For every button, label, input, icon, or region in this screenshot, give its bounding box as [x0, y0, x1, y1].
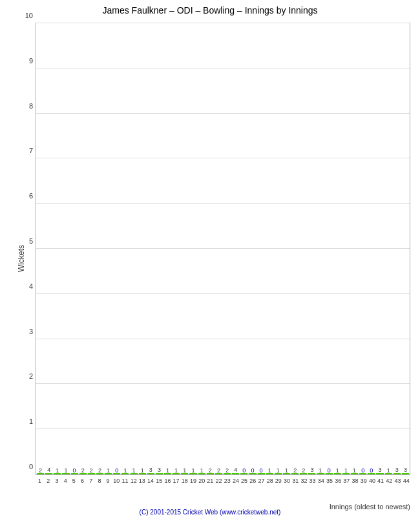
x-label: 44 — [402, 478, 410, 498]
bar-value-label: 1 — [163, 467, 172, 474]
y-tick-4: 4 — [17, 282, 36, 290]
bar-value-label: 2 — [79, 467, 87, 474]
y-tick-2: 2 — [17, 372, 36, 380]
bar-group: 1 — [198, 473, 206, 474]
x-label: 30 — [282, 478, 291, 498]
x-label: 35 — [325, 478, 333, 498]
chart-container: James Faulkner – ODI – Bowling – Innings… — [0, 0, 420, 517]
y-tick-9: 9 — [17, 57, 36, 65]
bar-value-label: 1 — [180, 467, 189, 474]
bar-group: 3 — [393, 473, 401, 474]
bar-group: 0 — [359, 473, 367, 474]
bar-value-label: 2 — [291, 467, 299, 474]
x-label: 10 — [112, 478, 121, 498]
bar-value-label: 1 — [274, 467, 282, 474]
bar-group: 1 — [130, 473, 138, 474]
x-label: 8 — [95, 478, 103, 498]
x-label: 11 — [121, 478, 129, 498]
x-label: 27 — [257, 478, 266, 498]
x-label: 13 — [138, 478, 146, 498]
bar-value-label: 3 — [375, 467, 384, 473]
bar-group: 1 — [53, 473, 61, 474]
bar-value-label: 0 — [112, 467, 121, 474]
x-label: 23 — [223, 478, 231, 498]
x-label: 33 — [308, 478, 317, 498]
x-label: 16 — [163, 478, 172, 498]
bar-group: 3 — [308, 473, 316, 474]
bar-group: 1 — [317, 473, 325, 474]
bar-group: 1 — [121, 473, 129, 474]
bar-group: 4 — [231, 473, 240, 474]
bar-value-label: 0 — [248, 467, 257, 474]
bar-value-label: 0 — [367, 467, 375, 474]
bar-group: 1 — [172, 473, 180, 474]
x-label: 1 — [36, 478, 44, 498]
bar-group: 0 — [325, 473, 333, 474]
bar-group: 1 — [342, 473, 350, 474]
bar-group: 2 — [223, 473, 231, 474]
bar-value-label: 1 — [61, 467, 70, 474]
bar-group: 1 — [61, 473, 70, 474]
bar-group: 0 — [240, 473, 248, 474]
bar-group: 3 — [401, 473, 410, 474]
x-label: 37 — [342, 478, 351, 498]
bar-value-label: 3 — [155, 467, 163, 473]
bar-group: 1 — [180, 473, 189, 474]
bar-value-label: 0 — [70, 467, 79, 474]
x-label: 36 — [334, 478, 342, 498]
x-label: 3 — [52, 478, 61, 498]
bar-value-label: 1 — [138, 467, 147, 474]
bar-group: 1 — [274, 473, 282, 474]
bar-value-label: 2 — [87, 467, 96, 474]
bar-value-label: 0 — [240, 467, 248, 474]
x-label: 12 — [129, 478, 138, 498]
bar-value-label: 2 — [206, 467, 215, 474]
y-tick-8: 8 — [17, 102, 36, 110]
x-label: 5 — [70, 478, 78, 498]
bar-group: 1 — [163, 473, 172, 474]
x-label: 19 — [189, 478, 197, 498]
bar-group: 3 — [147, 473, 155, 474]
x-label: 31 — [291, 478, 300, 498]
x-label: 43 — [394, 478, 402, 498]
bar-value-label: 4 — [231, 467, 240, 473]
bar-group: 0 — [257, 473, 266, 474]
bar-group: 3 — [155, 473, 163, 474]
bar-value-label: 1 — [189, 467, 197, 474]
x-label: 28 — [266, 478, 274, 498]
bar-value-label: 1 — [266, 467, 274, 474]
bar-group: 0 — [70, 473, 79, 474]
y-tick-1: 1 — [17, 417, 36, 425]
bar-value-label: 2 — [96, 467, 104, 474]
bar-group: 1 — [333, 473, 342, 474]
bar-value-label: 1 — [350, 467, 359, 474]
bar-value-label: 2 — [223, 467, 231, 474]
x-label: 32 — [300, 478, 308, 498]
x-label: 18 — [180, 478, 189, 498]
x-label: 22 — [215, 478, 223, 498]
bar-group: 1 — [350, 473, 359, 474]
x-label: 21 — [206, 478, 215, 498]
bar-group: 2 — [79, 473, 87, 474]
bar-value-label: 1 — [333, 467, 342, 474]
bar-group: 1 — [189, 473, 197, 474]
y-tick-5: 5 — [17, 237, 36, 245]
x-label: 6 — [78, 478, 87, 498]
bar-group: 2 — [87, 473, 96, 474]
bar-value-label: 3 — [147, 467, 155, 473]
x-labels: 1234567891011121314151617181920212223242… — [36, 478, 410, 498]
x-label: 29 — [274, 478, 282, 498]
bar-value-label: 4 — [45, 467, 53, 473]
x-label: 25 — [240, 478, 249, 498]
bar-value-label: 1 — [121, 467, 129, 474]
bar-value-label: 3 — [401, 467, 410, 473]
x-label: 34 — [317, 478, 325, 498]
bar-group: 1 — [266, 473, 274, 474]
x-label: 9 — [104, 478, 112, 498]
chart-title: James Faulkner – ODI – Bowling – Innings… — [0, 0, 420, 18]
x-label: 40 — [368, 478, 376, 498]
x-label: 26 — [249, 478, 257, 498]
bar-group: 2 — [291, 473, 299, 474]
bar-group: 2 — [36, 473, 45, 474]
y-axis-title: Wickets — [17, 245, 26, 272]
